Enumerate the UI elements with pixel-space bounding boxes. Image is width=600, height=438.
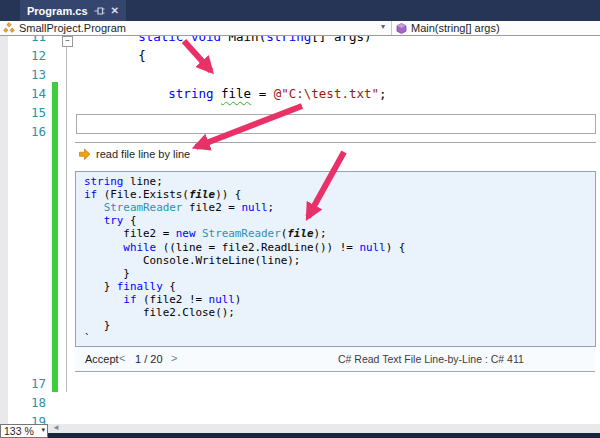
code-segment: Console.WriteLine(line); xyxy=(84,254,300,267)
horizontal-scrollbar[interactable]: ◄ xyxy=(48,424,600,433)
line-number-gutter: 111213141516171819 xyxy=(8,36,48,424)
prev-suggestion-button[interactable]: < xyxy=(119,352,125,364)
suggestion-code-line: string line; xyxy=(84,175,163,188)
code-segment: (file2 != xyxy=(136,293,208,306)
code-segment: ` xyxy=(84,332,91,345)
code-segment: null xyxy=(241,201,267,214)
code-line[interactable]: static void Main(string[] args) xyxy=(78,36,372,46)
suggestion-code-line: ` xyxy=(84,332,91,345)
code-segment: while xyxy=(123,241,156,254)
suggestion-code-line: try { xyxy=(84,214,136,227)
line-number: 15 xyxy=(31,103,46,122)
code-line[interactable]: string file = @"C:\test.txt"; xyxy=(78,84,387,103)
code-segment: = xyxy=(251,86,274,101)
member-dropdown[interactable]: Main(string[] args) xyxy=(396,21,500,35)
line-number: 19 xyxy=(31,412,46,424)
code-segment: null xyxy=(359,241,385,254)
code-segment: ) { xyxy=(386,241,406,254)
code-segment: StreamReader xyxy=(202,227,281,240)
suggestion-code-line: Console.WriteLine(line); xyxy=(84,254,300,267)
code-segment: null xyxy=(209,293,235,306)
suggestion-source: C# Read Text File Line-by-Line : C# 411 xyxy=(338,353,524,365)
code-segment xyxy=(78,86,168,101)
code-segment: ; xyxy=(379,86,387,101)
code-segment: void xyxy=(191,36,221,44)
code-segment: file xyxy=(189,188,215,201)
code-editor[interactable]: 111213141516171819 − static void Main(st… xyxy=(0,36,600,424)
suggestion-code-line: StreamReader file2 = null; xyxy=(84,201,274,214)
code-segment: file2 = xyxy=(182,201,241,214)
code-segment: line; xyxy=(123,175,162,188)
code-segment: try xyxy=(104,214,124,227)
type-dropdown[interactable]: SmallProject.Program xyxy=(3,21,126,35)
code-segment: } xyxy=(84,267,130,280)
code-segment xyxy=(84,293,123,306)
code-segment: (File.Exists( xyxy=(97,188,189,201)
suggestion-header-label: read file line by line xyxy=(96,148,190,160)
next-suggestion-button[interactable]: > xyxy=(171,352,177,364)
code-segment: StreamReader xyxy=(104,201,183,214)
breakpoint-margin[interactable] xyxy=(0,36,8,424)
code-segment: static xyxy=(138,36,183,44)
code-segment: finally xyxy=(117,280,163,293)
change-tracking-bar xyxy=(52,82,58,392)
suggestion-code-line: } xyxy=(84,319,110,332)
suggestion-code-line: file2 = new StreamReader(file); xyxy=(84,227,327,240)
code-segment: string xyxy=(84,175,123,188)
type-dropdown-label: SmallProject.Program xyxy=(19,22,126,34)
code-segment: file xyxy=(287,227,313,240)
code-segment: } xyxy=(84,319,110,332)
code-segment: file xyxy=(221,86,251,101)
suggestion-code-line: } xyxy=(84,267,130,280)
pin-icon[interactable] xyxy=(94,6,105,16)
code-segment: Main( xyxy=(221,36,266,44)
method-icon xyxy=(396,23,407,34)
code-segment xyxy=(183,36,191,44)
code-segment: ); xyxy=(314,227,327,240)
zoom-level-dropdown[interactable]: 133 % ▾ xyxy=(0,424,48,438)
line-number: 13 xyxy=(31,65,46,84)
suggestion-toolbar: Accept < 1 / 20 > C# Read Text File Line… xyxy=(75,347,595,372)
navbar-divider xyxy=(391,21,392,35)
code-segment: )) { xyxy=(215,188,241,201)
suggestion-index: 1 / 20 xyxy=(135,353,163,365)
class-icon xyxy=(3,22,15,34)
status-bar: ◄ 133 % ▾ xyxy=(0,424,600,438)
code-segment: file2.Close(); xyxy=(84,306,235,319)
line-number: 11 xyxy=(31,36,46,46)
intellicode-arrow-icon xyxy=(78,148,91,160)
suggestion-code-line: while ((line = file2.ReadLine()) != null… xyxy=(84,241,405,254)
code-segment xyxy=(213,86,221,101)
code-line[interactable]: { xyxy=(78,46,146,65)
outline-guide-line xyxy=(66,47,67,392)
chevron-down-icon[interactable]: ▾ xyxy=(381,22,385,31)
code-segment: new xyxy=(176,227,196,240)
code-segment: ((line = file2.ReadLine()) != xyxy=(156,241,359,254)
close-icon[interactable]: ✕ xyxy=(111,6,119,16)
tab-bar: Program.cs ✕ xyxy=(0,0,600,21)
code-segment: } xyxy=(84,280,117,293)
suggestion-separator xyxy=(75,142,596,143)
zoom-level-value: 133 % xyxy=(4,425,34,437)
line-number: 17 xyxy=(31,374,46,393)
collapse-minus-icon[interactable]: − xyxy=(62,36,73,47)
code-segment: string xyxy=(168,86,213,101)
chevron-down-icon: ▾ xyxy=(41,426,45,434)
code-segment: ) xyxy=(235,293,242,306)
code-segment xyxy=(84,214,104,227)
tab-program-cs[interactable]: Program.cs ✕ xyxy=(20,0,126,21)
suggestion-code-line: } finally { xyxy=(84,280,176,293)
suggestion-code-line: if (file2 != null) xyxy=(84,293,241,306)
scroll-left-icon[interactable]: ◄ xyxy=(52,423,60,432)
suggestion-header[interactable]: read file line by line xyxy=(78,146,190,162)
suggestion-code-line: if (File.Exists(file)) { xyxy=(84,188,241,201)
code-segment: string xyxy=(266,36,311,44)
accept-button[interactable]: Accept xyxy=(85,353,119,365)
window-bottom-strip xyxy=(0,433,600,438)
suggestion-code-preview[interactable]: string line;if (File.Exists(file)) { Str… xyxy=(75,171,596,347)
code-segment: { xyxy=(78,48,146,63)
inline-suggestion-placeholder[interactable] xyxy=(76,114,596,134)
tab-title: Program.cs xyxy=(27,5,88,17)
line-number: 18 xyxy=(31,393,46,412)
code-segment: @"C:\test.txt" xyxy=(274,86,379,101)
